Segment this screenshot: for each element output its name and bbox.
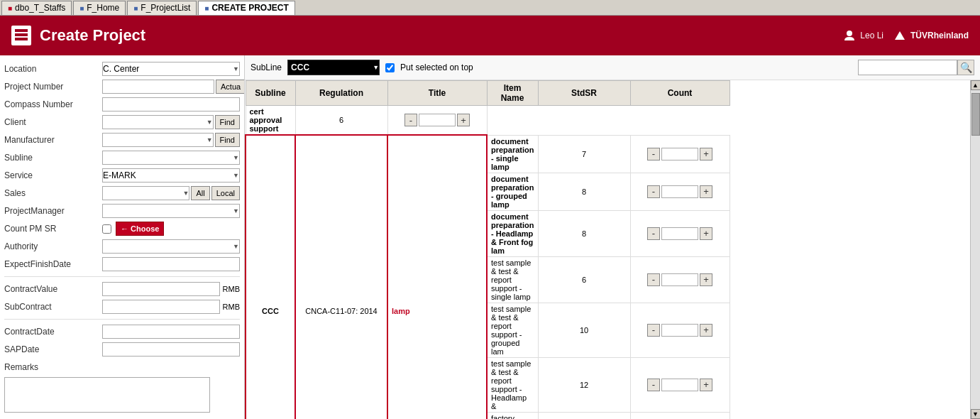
contract-value-row: ContractValue RMB <box>4 281 240 297</box>
contract-date-row: ContractDate <box>4 324 240 339</box>
count-input[interactable] <box>419 114 456 126</box>
tabs-bar: ■ dbo_T_Staffs ■ F_Home ■ F_ProjectList … <box>0 0 980 16</box>
manufacturer-dropdown-wrap: ▼ <box>102 133 214 147</box>
sap-date-label: SAPDate <box>4 344 102 354</box>
count-pm-sr-checkbox[interactable] <box>102 224 111 234</box>
project-number-input[interactable] <box>102 80 214 94</box>
search-button[interactable]: 🔍 <box>957 60 974 75</box>
subline-dropdown[interactable] <box>102 151 240 165</box>
sub-contract-input[interactable] <box>102 300 220 314</box>
authority-row: Authority ▼ <box>4 239 240 254</box>
count-plus-button[interactable]: + <box>700 273 712 286</box>
compass-number-row: Compass Number <box>4 97 240 112</box>
search-input[interactable] <box>858 60 957 75</box>
subline-value-input[interactable] <box>287 60 380 75</box>
count-plus-button[interactable]: + <box>700 227 712 240</box>
contract-date-label: ContractDate <box>4 327 102 337</box>
sales-label: Sales <box>4 188 102 198</box>
header-item-name: Item Name <box>487 81 538 106</box>
scroll-down-arrow[interactable]: ▼ <box>971 409 981 419</box>
count-minus-button[interactable]: - <box>404 114 417 126</box>
count-plus-button[interactable]: + <box>457 114 470 126</box>
svg-point-3 <box>847 31 852 36</box>
count-input[interactable] <box>661 273 698 286</box>
project-manager-row: ProjectManager ▼ <box>4 203 240 219</box>
put-on-top-checkbox[interactable] <box>385 63 395 72</box>
expect-finish-input[interactable] <box>102 257 240 271</box>
location-dropdown[interactable]: C. Center <box>102 62 240 76</box>
subline-bar: SubLine ▼ Put selected on top 🔍 <box>245 55 980 80</box>
count-minus-button[interactable]: - <box>647 324 660 337</box>
sales-dropdown[interactable] <box>102 186 189 200</box>
remarks-textarea[interactable] <box>4 377 210 413</box>
subline-bar-label: SubLine <box>250 62 282 72</box>
sales-local-button[interactable]: Local <box>211 186 240 200</box>
svg-rect-1 <box>15 33 28 36</box>
client-dropdown[interactable] <box>102 115 214 129</box>
count-plus-button[interactable]: + <box>700 185 712 198</box>
actua-button[interactable]: Actua <box>216 80 245 94</box>
service-label: Service <box>4 170 102 180</box>
client-find-button[interactable]: Find <box>215 115 240 129</box>
count-minus-button[interactable]: - <box>647 148 660 160</box>
remarks-label: Remarks <box>4 362 102 372</box>
tab-f-home[interactable]: ■ F_Home <box>73 1 126 15</box>
service-dropdown[interactable]: E-MARK <box>102 168 240 183</box>
rmb1-label: RMB <box>223 285 240 293</box>
count-pm-sr-label: Count PM SR <box>4 224 102 234</box>
table-scroll-area: Subline Regulation Title Item Name StdSR… <box>245 80 970 419</box>
count-plus-button[interactable]: + <box>700 324 712 337</box>
svg-rect-0 <box>15 29 28 32</box>
compass-number-input[interactable] <box>102 97 240 111</box>
contract-value-input[interactable] <box>102 282 220 296</box>
tab-f-project-list[interactable]: ■ F_ProjectList <box>127 1 197 15</box>
project-number-row: Project Number Actua <box>4 79 240 94</box>
service-dropdown-wrap: E-MARK ▼ <box>102 168 240 183</box>
count-input[interactable] <box>661 227 698 240</box>
count-plus-button[interactable]: + <box>700 148 712 160</box>
count-pm-sr-row: Count PM SR ← Choose <box>4 221 240 236</box>
count-input[interactable] <box>661 324 698 337</box>
svg-rect-2 <box>15 38 28 40</box>
pm-dropdown[interactable] <box>102 204 240 218</box>
client-label: Client <box>4 117 102 127</box>
scroll-up-arrow[interactable]: ▲ <box>971 80 981 90</box>
tab-create-project[interactable]: ■ CREATE PROJECT <box>198 1 295 15</box>
count-input[interactable] <box>661 379 698 391</box>
count-minus-button[interactable]: - <box>647 227 660 240</box>
sap-date-input[interactable] <box>102 342 240 357</box>
app-header: Create Project Leo Li TÜVRheinland <box>0 16 980 55</box>
put-on-top-label: Put selected on top <box>400 62 473 72</box>
vertical-scrollbar[interactable]: ▲ ▼ <box>970 80 980 419</box>
count-plus-button[interactable]: + <box>700 379 712 391</box>
scroll-thumb[interactable] <box>971 93 980 136</box>
client-dropdown-wrap: ▼ <box>102 115 214 129</box>
header-count: Count <box>630 81 730 106</box>
manufacturer-dropdown[interactable] <box>102 133 214 147</box>
tab-dbo-t-staffs[interactable]: ■ dbo_T_Staffs <box>1 1 72 15</box>
authority-dropdown-wrap: ▼ <box>102 239 240 254</box>
authority-dropdown[interactable] <box>102 239 240 254</box>
compass-number-label: Compass Number <box>4 99 102 109</box>
contract-date-input[interactable] <box>102 325 240 339</box>
header-subline: Subline <box>246 81 295 106</box>
choose-button[interactable]: ← Choose <box>116 222 164 236</box>
company-logo: TÜVRheinland <box>895 31 969 40</box>
header-title: Title <box>387 81 487 106</box>
subline-label: Subline <box>4 153 102 163</box>
project-number-label: Project Number <box>4 82 102 92</box>
project-manager-label: ProjectManager <box>4 206 102 216</box>
table-panel: SubLine ▼ Put selected on top 🔍 Subline <box>245 55 980 419</box>
count-minus-button[interactable]: - <box>647 185 660 198</box>
count-input[interactable] <box>661 148 698 160</box>
table-row: cert approval support6-+ <box>246 106 970 136</box>
count-input[interactable] <box>661 185 698 198</box>
count-minus-button[interactable]: - <box>647 379 660 391</box>
count-minus-button[interactable]: - <box>647 273 660 286</box>
sales-all-button[interactable]: All <box>191 186 209 200</box>
app-icon <box>11 26 31 45</box>
manufacturer-find-button[interactable]: Find <box>215 133 240 147</box>
expect-finish-row: ExpectFinishDate <box>4 256 240 272</box>
user-info: Leo Li <box>843 29 883 42</box>
subline-row: Subline ▼ <box>4 150 240 165</box>
